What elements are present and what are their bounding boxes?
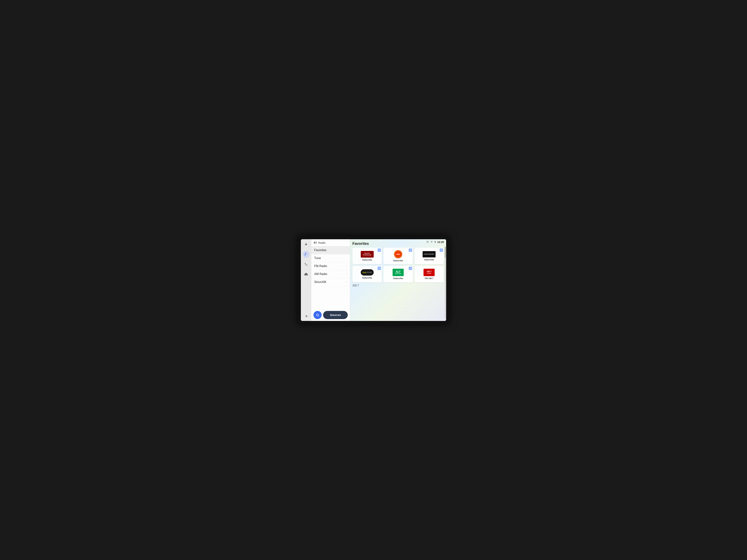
- fav-label-ozzy: Subscribe: [362, 277, 372, 279]
- fav-card-nsr[interactable]: + NSR Subscribe: [383, 247, 413, 264]
- svg-line-10: [314, 241, 315, 242]
- menu-item-am-radio[interactable]: AM Radio ›: [311, 270, 350, 278]
- sources-button[interactable]: Sources: [323, 311, 348, 319]
- sidebar-item-navigation[interactable]: [303, 241, 310, 248]
- scrollbar-thumb[interactable]: [445, 247, 445, 258]
- radio-icon: [314, 241, 317, 244]
- nsr-logo: NSR: [394, 250, 402, 258]
- sidebar-item-settings[interactable]: [303, 313, 310, 319]
- add-button[interactable]: +: [378, 267, 381, 270]
- chevron-right-icon: ›: [346, 273, 347, 275]
- ozzy-logo: Ozzy ON CBC: [361, 269, 374, 275]
- clock: 12:20: [437, 241, 444, 243]
- fm1067-logo: 106.7 eFAN: [423, 269, 435, 276]
- menu-item-fm-radio[interactable]: FM Radio ›: [311, 262, 350, 270]
- menu-item-siriusxm[interactable]: SiriusXM ›: [311, 278, 350, 286]
- fav-card-alt[interactable]: + ALT NATION Subscribe: [383, 266, 413, 283]
- fav-card-ozzy[interactable]: + Ozzy ON CBC Subscribe: [352, 266, 382, 283]
- alt-logo: ALT NATION: [393, 269, 404, 276]
- fav-label-y2k: Subscribe: [424, 259, 434, 261]
- chevron-right-icon: ›: [346, 265, 347, 267]
- main-layout: Radio Favorites Tune FM Radio › AM Radio: [301, 239, 446, 321]
- svg-point-5: [307, 275, 307, 275]
- svg-rect-7: [314, 242, 315, 243]
- bottom-actions: Sources: [311, 309, 350, 321]
- sidebar-item-music[interactable]: [303, 251, 310, 258]
- screen: 12:20: [301, 239, 446, 321]
- fav-label-willies: Subscribe: [362, 259, 372, 261]
- favorites-grid: + WILLIE'SROADHOUSE Subscribe + NSR Subs…: [352, 247, 444, 283]
- search-button[interactable]: [313, 311, 321, 319]
- sidebar-item-phone[interactable]: [303, 261, 310, 268]
- menu-item-tune[interactable]: Tune: [311, 254, 350, 262]
- svg-line-12: [318, 316, 319, 316]
- bluetooth-icon: [434, 240, 436, 244]
- fav-card-fm1067[interactable]: 106.7 eFAN FM 106.7: [414, 266, 444, 283]
- menu-panel: Radio Favorites Tune FM Radio › AM Radio: [311, 239, 350, 321]
- svg-point-2: [432, 242, 432, 243]
- no-signal-icon: [426, 241, 429, 244]
- chevron-right-icon: ›: [346, 281, 347, 283]
- device-frame: 12:20: [298, 236, 449, 324]
- menu-title: Radio: [318, 241, 326, 244]
- sidebar: [301, 239, 311, 321]
- add-button[interactable]: +: [440, 248, 443, 252]
- y2k-logo: Y2KCUNTRY: [422, 251, 436, 258]
- fav-label-alt: Subscribe: [393, 277, 403, 279]
- scrollbar[interactable]: [445, 247, 445, 319]
- fav-card-willies[interactable]: + WILLIE'SROADHOUSE Subscribe: [352, 247, 382, 264]
- sidebar-item-car[interactable]: [303, 271, 310, 278]
- fav-label-nsr: Subscribe: [393, 260, 403, 262]
- wifi-icon: [430, 241, 433, 244]
- add-button[interactable]: +: [409, 267, 412, 270]
- menu-header: Radio: [311, 239, 350, 246]
- add-button[interactable]: +: [378, 248, 381, 252]
- willies-logo: WILLIE'SROADHOUSE: [361, 251, 374, 258]
- menu-items-list: Favorites Tune FM Radio › AM Radio › Sir: [311, 246, 350, 309]
- menu-item-favorites[interactable]: Favorites: [311, 246, 350, 254]
- fav-card-y2k[interactable]: + Y2KCUNTRY Subscribe: [414, 247, 444, 264]
- fav-label-fm1067: FM 106.7: [425, 277, 433, 279]
- content-panel: Favorites + WILLIE'SROADHOUSE Subscribe …: [350, 239, 446, 321]
- add-button[interactable]: +: [409, 248, 412, 252]
- frequency-display: 102.7: [352, 284, 444, 287]
- status-bar: 12:20: [424, 239, 446, 245]
- svg-point-4: [305, 275, 305, 275]
